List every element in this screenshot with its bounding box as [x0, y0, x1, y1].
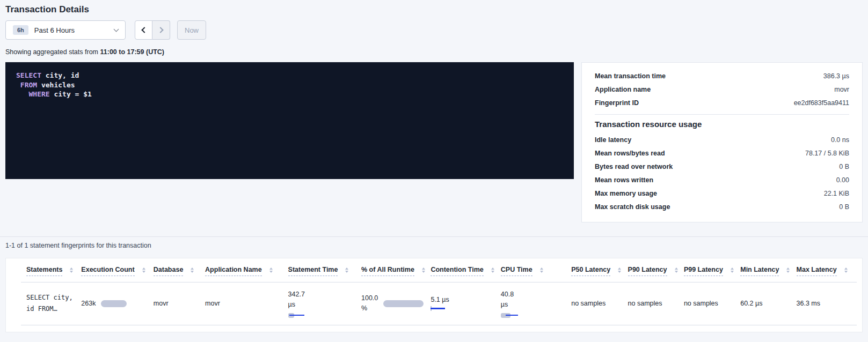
pct-runtime-bar	[383, 300, 424, 307]
column-header-application-name: Application Name	[205, 258, 288, 282]
usage-row-mean-rows-written: Mean rows written 0.00	[595, 173, 849, 187]
cell-p90-latency: no samples	[628, 282, 684, 325]
main-row: SELECT city, id FROM vehicles WHERE city…	[5, 62, 863, 222]
execution-count-value: 263k	[81, 300, 96, 307]
column-header-label[interactable]: Max Latency	[797, 266, 837, 276]
resource-usage-title: Transaction resource usage	[595, 120, 849, 129]
pct-runtime-unit: %	[361, 303, 378, 314]
sort-icon[interactable]	[491, 267, 494, 275]
summary-row-mean-transaction-time: Mean transaction time 386.3 µs	[595, 69, 849, 83]
sql-keyword: WHERE	[28, 90, 49, 98]
column-header-pct-runtime: % of All Runtime	[361, 258, 431, 282]
page-title: Transaction Details	[5, 4, 863, 15]
column-header-label[interactable]: Database	[154, 266, 184, 276]
sql-line: SELECT city, id	[16, 71, 563, 80]
sort-icon[interactable]	[269, 267, 273, 275]
usage-label: Bytes read over network	[595, 163, 673, 170]
column-header-label[interactable]: Contention Time	[431, 266, 483, 276]
sort-icon[interactable]	[844, 267, 848, 275]
next-time-button[interactable]	[152, 20, 170, 40]
column-header-label[interactable]: P50 Latency	[571, 266, 610, 276]
summary-label: Application name	[595, 86, 651, 93]
sort-icon[interactable]	[540, 267, 543, 275]
prev-time-button[interactable]	[135, 20, 152, 40]
column-header-label[interactable]: Statement Time	[288, 266, 338, 276]
cell-statement-time: 342.7 µs	[288, 282, 361, 325]
statement-link[interactable]: SELECT city, id FROM…	[26, 292, 77, 315]
usage-row-bytes-read-over-network: Bytes read over network 0 B	[595, 160, 849, 173]
time-range-label: Past 6 Hours	[34, 26, 75, 34]
cpu-time-bar	[501, 313, 519, 318]
statements-table: Statements Execution Count Database Appl…	[21, 258, 857, 325]
summary-label: Mean transaction time	[595, 72, 666, 80]
chevron-right-icon	[157, 27, 163, 33]
column-header-label[interactable]: Application Name	[205, 266, 262, 276]
column-header-label[interactable]: CPU Time	[501, 266, 533, 276]
sort-icon[interactable]	[786, 267, 790, 275]
sort-icon[interactable]	[731, 267, 734, 275]
stats-prefix: Showing aggregated stats from	[5, 48, 100, 56]
cell-pct-runtime: 100.0 %	[361, 282, 431, 325]
usage-value: 22.1 KiB	[824, 190, 849, 197]
statement-row: SELECT city, id FROM… 263k movr movr	[21, 282, 857, 325]
column-header-database: Database	[154, 258, 205, 282]
usage-label: Mean rows/bytes read	[595, 150, 665, 157]
chevron-left-icon	[141, 27, 147, 33]
summary-row-fingerprint-id: Fingerprint ID ee2df683f5aa9411	[595, 96, 849, 109]
column-header-p99-latency: P99 Latency	[684, 258, 740, 282]
execution-count-bar	[101, 300, 127, 307]
usage-label: Idle latency	[595, 136, 631, 144]
cell-statement: SELECT city, id FROM…	[21, 282, 81, 325]
stats-range: 11:00 to 17:59 (UTC)	[100, 48, 164, 56]
column-header-label[interactable]: P99 Latency	[684, 266, 723, 276]
usage-label: Max scratch disk usage	[595, 203, 670, 211]
usage-value: 0 B	[839, 163, 849, 170]
transaction-details-page: Transaction Details 6h Past 6 Hours Now …	[0, 0, 868, 332]
column-header-label[interactable]: P90 Latency	[628, 266, 667, 276]
column-header-label[interactable]: Execution Count	[81, 266, 134, 276]
summary-label: Fingerprint ID	[595, 99, 639, 107]
statement-time-unit: µs	[288, 300, 357, 310]
column-header-label[interactable]: Min Latency	[740, 266, 779, 276]
time-range-dropdown[interactable]: 6h Past 6 Hours	[5, 20, 126, 40]
summary-divider	[595, 114, 849, 115]
summary-value: 386.3 µs	[823, 72, 849, 80]
usage-value: 0 B	[839, 203, 849, 211]
sort-icon[interactable]	[675, 267, 678, 275]
sql-statement-box: SELECT city, id FROM vehicles WHERE city…	[5, 62, 574, 179]
summary-value: ee2df683f5aa9411	[794, 99, 849, 107]
cell-contention-time: 5.1 µs	[431, 282, 500, 325]
usage-row-mean-rows-bytes-read: Mean rows/bytes read 78.17 / 5.8 KiB	[595, 146, 849, 160]
sql-keyword: SELECT	[16, 71, 41, 79]
column-header-max-latency: Max Latency	[797, 258, 857, 282]
column-header-contention-time: Contention Time	[431, 258, 500, 282]
usage-row-max-scratch-disk-usage: Max scratch disk usage 0 B	[595, 200, 849, 213]
cell-application-name: movr	[205, 282, 288, 325]
column-header-label[interactable]: Statements	[26, 266, 62, 276]
sql-line: FROM vehicles	[16, 80, 563, 90]
usage-value: 78.17 / 5.8 KiB	[805, 150, 849, 157]
sort-icon[interactable]	[70, 267, 73, 275]
column-header-statements: Statements	[21, 258, 81, 282]
column-header-p50-latency: P50 Latency	[571, 258, 628, 282]
sort-icon[interactable]	[345, 267, 348, 275]
column-header-statement-time: Statement Time	[288, 258, 361, 282]
time-controls: 6h Past 6 Hours Now	[5, 20, 863, 40]
usage-label: Mean rows written	[595, 176, 653, 184]
column-header-cpu-time: CPU Time	[501, 258, 571, 282]
column-header-min-latency: Min Latency	[740, 258, 796, 282]
sort-icon[interactable]	[618, 267, 621, 275]
cpu-time-value: 40.8	[501, 289, 567, 300]
sort-icon[interactable]	[422, 267, 425, 275]
statements-table-card: Statements Execution Count Database Appl…	[5, 258, 863, 332]
cell-max-latency: 36.3 ms	[797, 282, 857, 325]
sort-icon[interactable]	[142, 267, 145, 275]
column-header-label[interactable]: % of All Runtime	[361, 266, 414, 276]
usage-value: 0.0 ns	[831, 136, 849, 144]
section-divider	[0, 236, 868, 237]
sql-line: WHERE city = $1	[16, 90, 563, 99]
usage-label: Max memory usage	[595, 190, 657, 197]
now-button[interactable]: Now	[177, 20, 206, 40]
pct-runtime-value: 100.0	[361, 293, 378, 303]
sort-icon[interactable]	[191, 267, 194, 275]
